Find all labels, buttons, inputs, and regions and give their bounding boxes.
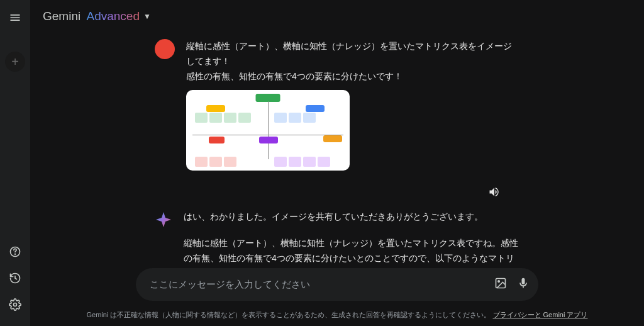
svg-point-4 bbox=[498, 280, 500, 282]
speaker-icon bbox=[488, 186, 501, 198]
voice-input-button[interactable] bbox=[517, 277, 530, 292]
chat-area: 縦軸に感性（アート）、横軸に知性（ナレッジ）を置いたマトリクス表をイメージしてま… bbox=[30, 33, 644, 268]
user-message: 縦軸に感性（アート）、横軸に知性（ナレッジ）を置いたマトリクス表をイメージしてま… bbox=[155, 39, 519, 171]
sparkle-icon bbox=[155, 211, 172, 228]
gear-icon bbox=[9, 298, 21, 311]
history-icon bbox=[9, 272, 21, 284]
help-icon bbox=[9, 245, 21, 258]
help-button[interactable] bbox=[9, 245, 21, 261]
user-avatar bbox=[155, 39, 175, 59]
user-text-line: 感性の有無、知性の有無で4つの要素に分けたいです！ bbox=[186, 69, 519, 84]
product-title-dropdown[interactable]: Gemini Advanced ▼ bbox=[43, 9, 151, 23]
ai-message: はい、わかりました。イメージを共有していただきありがとうございます。 縦軸に感性… bbox=[155, 210, 519, 267]
ai-text-line: はい、わかりました。イメージを共有していただきありがとうございます。 bbox=[184, 210, 519, 225]
gemini-avatar bbox=[155, 211, 172, 228]
hamburger-icon bbox=[9, 11, 21, 24]
header: Gemini Advanced ▼ bbox=[30, 0, 644, 33]
product-tier: Advanced bbox=[86, 9, 140, 23]
new-chat-button[interactable]: + bbox=[5, 52, 25, 72]
sidebar: + bbox=[0, 0, 30, 326]
attached-image[interactable] bbox=[186, 90, 350, 171]
product-name: Gemini bbox=[43, 9, 80, 23]
microphone-icon bbox=[517, 277, 530, 289]
history-button[interactable] bbox=[9, 272, 21, 287]
message-input[interactable] bbox=[150, 279, 494, 289]
ai-text-line: 縦軸に感性（アート）、横軸に知性（ナレッジ）を置いたマトリクス表ですね。感性の有… bbox=[184, 236, 519, 267]
privacy-link[interactable]: プライバシーと Gemini アプリ bbox=[493, 311, 588, 318]
message-input-bar bbox=[136, 268, 538, 301]
settings-button[interactable] bbox=[9, 298, 21, 313]
footer-disclaimer: Gemini は不正確な情報（人物に関する情報など）を表示することがあるため、生… bbox=[30, 306, 644, 327]
user-text-line: 縦軸に感性（アート）、横軸に知性（ナレッジ）を置いたマトリクス表をイメージしてま… bbox=[186, 39, 519, 69]
image-icon bbox=[494, 277, 507, 289]
disclaimer-text: Gemini は不正確な情報（人物に関する情報など）を表示することがあるため、生… bbox=[87, 311, 491, 318]
upload-image-button[interactable] bbox=[494, 277, 507, 292]
chevron-down-icon: ▼ bbox=[143, 12, 151, 21]
plus-icon: + bbox=[11, 55, 19, 69]
svg-point-2 bbox=[14, 303, 17, 306]
menu-button[interactable] bbox=[9, 11, 21, 26]
svg-point-1 bbox=[15, 254, 16, 254]
read-aloud-button[interactable] bbox=[488, 186, 501, 201]
